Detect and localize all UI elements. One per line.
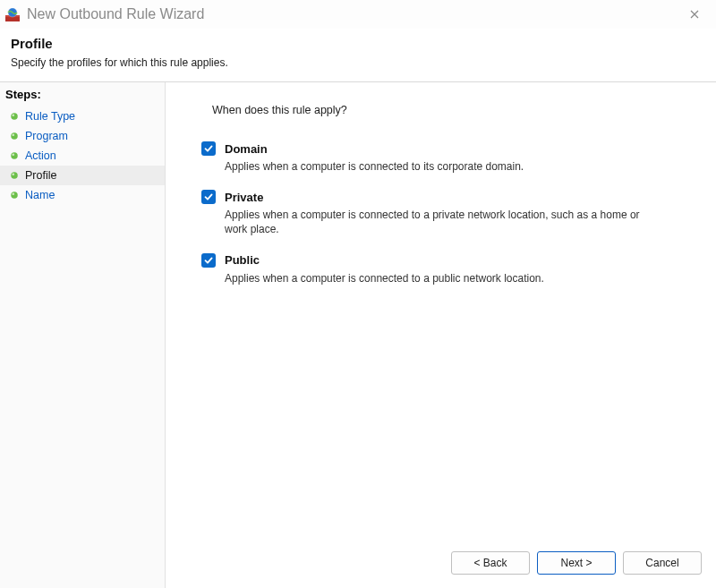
svg-rect-2: [5, 17, 20, 19]
svg-point-8: [12, 133, 14, 136]
option-label: Domain: [225, 142, 268, 156]
step-bullet-icon: [9, 131, 20, 141]
close-icon: [690, 10, 699, 19]
svg-point-10: [12, 153, 14, 156]
step-rule-type[interactable]: Rule Type: [0, 107, 165, 126]
steps-sidebar: Steps: Rule TypeProgramActionProfileName: [0, 82, 166, 588]
step-label: Action: [25, 149, 56, 162]
page-subtitle: Specify the profiles for which this rule…: [11, 56, 705, 69]
svg-point-7: [11, 132, 18, 140]
cancel-button[interactable]: Cancel: [623, 551, 702, 575]
option-public: PublicApplies when a computer is connect…: [201, 253, 687, 285]
window-title: New Outbound Rule Wizard: [27, 6, 204, 22]
steps-heading: Steps:: [0, 86, 165, 107]
option-description: Applies when a computer is connected to …: [225, 271, 643, 285]
page-title: Profile: [11, 36, 705, 51]
option-label: Private: [225, 191, 263, 204]
svg-point-5: [11, 113, 18, 120]
option-description: Applies when a computer is connected to …: [225, 208, 643, 236]
svg-point-11: [11, 172, 18, 179]
step-bullet-icon: [9, 111, 20, 122]
step-program[interactable]: Program: [0, 126, 165, 146]
option-domain: DomainApplies when a computer is connect…: [201, 141, 687, 174]
svg-point-13: [11, 192, 18, 199]
option-label: Public: [225, 253, 260, 267]
wizard-header: Profile Specify the profiles for which t…: [0, 29, 716, 81]
checkbox-domain[interactable]: [201, 141, 216, 156]
firewall-icon: [5, 7, 20, 21]
close-button[interactable]: [680, 0, 709, 29]
step-bullet-icon: [9, 150, 20, 161]
step-profile[interactable]: Profile: [0, 166, 165, 185]
step-bullet-icon: [9, 190, 20, 200]
wizard-main: When does this rule apply? DomainApplies…: [166, 82, 716, 588]
step-label: Rule Type: [25, 110, 75, 123]
wizard-footer: < Back Next > Cancel: [451, 551, 702, 575]
back-button[interactable]: < Back: [451, 551, 530, 575]
next-button[interactable]: Next >: [537, 551, 616, 575]
title-bar: New Outbound Rule Wizard: [0, 0, 716, 29]
svg-point-14: [12, 192, 14, 195]
step-name[interactable]: Name: [0, 185, 165, 205]
checkbox-public[interactable]: [201, 253, 216, 268]
profile-prompt: When does this rule apply?: [212, 104, 687, 116]
option-description: Applies when a computer is connected to …: [225, 159, 643, 174]
option-private: PrivateApplies when a computer is connec…: [201, 190, 687, 236]
step-bullet-icon: [9, 170, 20, 181]
option-row: Domain: [201, 141, 643, 156]
svg-point-9: [11, 152, 18, 159]
step-label: Program: [25, 130, 68, 142]
step-action[interactable]: Action: [0, 146, 165, 166]
option-row: Private: [201, 190, 643, 204]
svg-point-6: [12, 114, 14, 116]
option-row: Public: [201, 253, 643, 268]
svg-point-12: [12, 173, 14, 175]
step-label: Profile: [25, 169, 56, 182]
checkbox-private[interactable]: [201, 190, 216, 204]
step-label: Name: [25, 189, 55, 201]
